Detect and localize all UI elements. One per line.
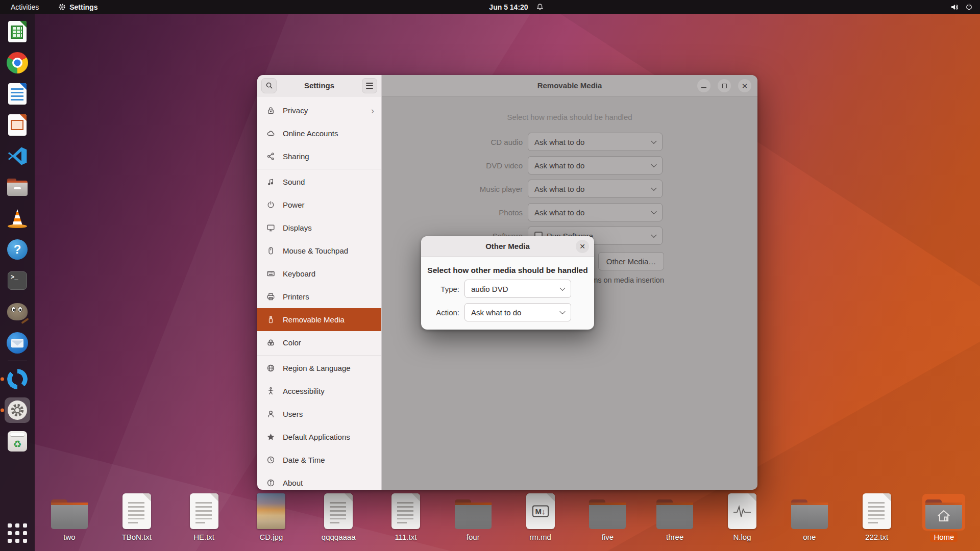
- desktop-icon-four[interactable]: four: [445, 494, 501, 542]
- desktop-icon-111-txt[interactable]: 111.txt: [378, 494, 434, 542]
- other-media-dialog: Other Media ✕ Select how other media sho…: [421, 236, 594, 330]
- media-row-label: CD audio: [491, 133, 523, 151]
- sidebar-item-sound[interactable]: Sound: [257, 170, 381, 193]
- sidebar-item-power[interactable]: Power: [257, 193, 381, 216]
- dock-item-gimp[interactable]: [4, 298, 31, 325]
- dock-item-vscode[interactable]: [4, 143, 31, 169]
- dock-item-chrome[interactable]: [4, 49, 31, 76]
- maximize-button[interactable]: [718, 79, 731, 92]
- dock-item-files[interactable]: [4, 174, 31, 201]
- photos-dropdown[interactable]: Ask what to do: [528, 203, 663, 221]
- sidebar-item-label: Region & Language: [283, 364, 374, 372]
- log-file-icon: [728, 493, 756, 529]
- desktop-icon-label: three: [663, 532, 687, 542]
- dock-item-help[interactable]: ?: [4, 236, 31, 263]
- image-thumbnail-icon: [257, 493, 285, 529]
- dock-item-libreoffice-writer[interactable]: [4, 81, 31, 107]
- sidebar-item-about[interactable]: About: [257, 471, 381, 490]
- media-row-label: DVD video: [486, 156, 523, 174]
- sound-icon: [266, 178, 275, 187]
- sidebar-item-online-accounts[interactable]: Online Accounts: [257, 122, 381, 145]
- text-file-icon: [391, 493, 420, 529]
- focused-app-indicator[interactable]: Settings: [58, 3, 97, 11]
- sidebar-item-region[interactable]: Region & Language: [257, 357, 381, 380]
- dock-item-terminal[interactable]: >_: [4, 267, 31, 294]
- sidebar-item-label: Users: [283, 410, 374, 418]
- desktop-icon-three[interactable]: three: [647, 494, 703, 542]
- desktop-icon-graphic: [119, 494, 154, 531]
- dock-item-trash[interactable]: ♻: [4, 428, 31, 455]
- dock-item-libreoffice-calc[interactable]: [4, 18, 31, 45]
- desktop-icon-label: qqqqaaaa: [318, 532, 359, 542]
- sharing-icon: [266, 152, 275, 161]
- search-button[interactable]: [261, 78, 277, 93]
- desktop-icon-graphic: [388, 494, 423, 531]
- desktop-icon-label: two: [60, 532, 79, 542]
- desktop-icon-cd-jpg[interactable]: CD.jpg: [243, 494, 299, 542]
- sidebar-item-privacy[interactable]: Privacy›: [257, 99, 381, 122]
- folder-icon: [455, 499, 492, 529]
- desktop-icon-rm-md[interactable]: M↓rm.md: [512, 494, 569, 542]
- type-dropdown[interactable]: audio DVD: [464, 280, 571, 298]
- sidebar-item-label: Sharing: [283, 152, 374, 161]
- vscode-icon: [7, 145, 28, 167]
- close-button[interactable]: ✕: [738, 79, 751, 92]
- focused-app-name: Settings: [69, 3, 97, 11]
- desktop-icon-home[interactable]: Home: [916, 494, 972, 542]
- running-indicator-dot: [1, 409, 4, 412]
- dock-item-software-updater[interactable]: [4, 366, 31, 392]
- desktop-icon-he-txt[interactable]: HE.txt: [176, 494, 232, 542]
- clock-menu[interactable]: Jun 5 14:20: [489, 3, 544, 11]
- dock-item-settings-active[interactable]: [4, 397, 31, 423]
- accessibility-icon: [266, 387, 275, 396]
- desktop-icon-one[interactable]: one: [781, 494, 838, 542]
- other-media-button[interactable]: Other Media…: [598, 252, 664, 270]
- desktop-icon-two[interactable]: two: [41, 494, 97, 542]
- music-player-dropdown[interactable]: Ask what to do: [528, 180, 663, 198]
- action-dropdown[interactable]: Ask what to do: [464, 303, 571, 321]
- desktop-icon-graphic: [254, 494, 288, 531]
- dock-item-thunderbird[interactable]: [4, 330, 31, 356]
- media-row-photos: PhotosAsk what to do: [382, 203, 757, 221]
- desktop-icon-five[interactable]: five: [579, 494, 635, 542]
- desktop-icon-n-log[interactable]: N.log: [714, 494, 770, 542]
- desktop-icon-label: rm.md: [526, 532, 555, 542]
- users-icon: [266, 410, 275, 419]
- sidebar-item-displays[interactable]: Displays: [257, 216, 381, 239]
- desktop-icon-qqqqaaaa[interactable]: qqqqaaaa: [310, 494, 366, 542]
- dock-item-vlc[interactable]: [4, 205, 31, 232]
- sidebar-item-users[interactable]: Users: [257, 403, 381, 425]
- chevron-right-icon: ›: [371, 106, 374, 115]
- dock-item-libreoffice-impress[interactable]: [4, 112, 31, 138]
- action-dropdown-value: Ask what to do: [471, 308, 521, 317]
- minimize-button[interactable]: [697, 79, 710, 92]
- keyboard-icon: [266, 269, 275, 279]
- sidebar-item-keyboard[interactable]: Keyboard: [257, 262, 381, 285]
- sidebar-item-color[interactable]: Color: [257, 331, 381, 354]
- sidebar-item-printers[interactable]: Printers: [257, 285, 381, 308]
- activities-button[interactable]: Activities: [9, 2, 41, 12]
- sidebar-item-accessibility[interactable]: Accessibility: [257, 380, 381, 403]
- system-status-area[interactable]: [950, 3, 973, 11]
- folder-icon: [791, 499, 828, 529]
- dvd-video-dropdown[interactable]: Ask what to do: [528, 156, 663, 174]
- sidebar-item-default-apps[interactable]: Default Applications: [257, 425, 381, 448]
- primary-menu-button[interactable]: [362, 78, 377, 93]
- dialog-close-button[interactable]: ✕: [576, 240, 589, 253]
- privacy-icon: [266, 106, 275, 115]
- desktop-icon-222-txt[interactable]: 222.txt: [849, 494, 905, 542]
- desktop-icon-graphic: [187, 494, 222, 531]
- sidebar-item-label: Accessibility: [283, 387, 374, 395]
- sidebar-item-removable-media[interactable]: Removable Media: [257, 308, 381, 331]
- chevron-down-icon: [559, 309, 565, 314]
- sidebar-item-label: Date & Time: [283, 456, 374, 464]
- sidebar-item-sharing[interactable]: Sharing: [257, 145, 381, 168]
- cd-audio-dropdown[interactable]: Ask what to do: [528, 133, 663, 151]
- show-applications-button[interactable]: [8, 523, 27, 543]
- desktop-icon-tbon-txt[interactable]: TBoN.txt: [109, 494, 165, 542]
- sidebar-item-datetime[interactable]: Date & Time: [257, 448, 381, 471]
- chrome-icon: [7, 52, 28, 73]
- sidebar-title: Settings: [277, 81, 362, 90]
- sidebar-item-mouse[interactable]: Mouse & Touchpad: [257, 239, 381, 262]
- sidebar-item-label: Privacy: [283, 106, 363, 115]
